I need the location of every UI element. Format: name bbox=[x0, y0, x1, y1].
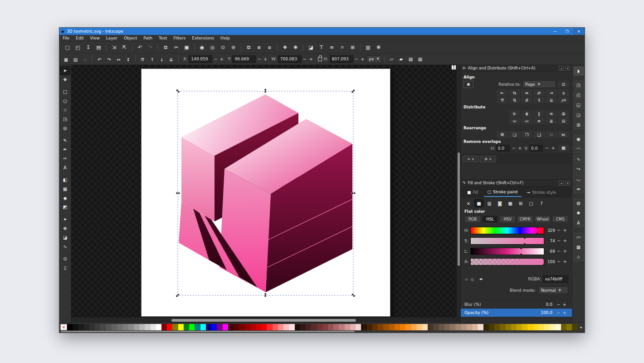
align-horizontal-0-icon[interactable]: ⇤ bbox=[497, 89, 508, 96]
save-document-icon[interactable]: ↧ bbox=[83, 43, 93, 52]
menu-layer[interactable]: Layer bbox=[103, 35, 121, 42]
palette-swatch[interactable] bbox=[73, 324, 78, 330]
vertical-scrollbar[interactable]: 1 bbox=[456, 65, 460, 323]
flat-color-icon[interactable]: ■ bbox=[475, 200, 483, 207]
distribute-vertical-4-icon[interactable]: ⊟ bbox=[558, 118, 569, 124]
ellipse-tool[interactable]: ○ bbox=[60, 97, 70, 105]
palette-swatch[interactable] bbox=[134, 324, 139, 330]
saturation-slider-stepper[interactable]: − + bbox=[556, 238, 568, 243]
palette-swatch[interactable] bbox=[478, 324, 483, 330]
palette-swatch[interactable] bbox=[228, 324, 234, 330]
hue-slider[interactable] bbox=[470, 227, 544, 234]
raise-icon[interactable]: ↑ bbox=[147, 55, 157, 64]
palette-swatch[interactable] bbox=[389, 324, 395, 330]
star-tool[interactable]: ☆ bbox=[60, 106, 70, 114]
blend-mode-select[interactable]: Normal▼ bbox=[538, 286, 568, 294]
overlap-v-input[interactable]: 0.0 bbox=[529, 145, 543, 152]
objects-panel-tab[interactable]: ≡∧ bbox=[463, 156, 479, 162]
palette-swatch[interactable] bbox=[367, 324, 372, 330]
select-all-layers-icon[interactable]: ▤ bbox=[71, 55, 80, 64]
cms-color-icon[interactable]: ∞ bbox=[464, 277, 468, 282]
connector-tool[interactable]: ∿ bbox=[60, 242, 70, 251]
deselect-icon[interactable]: ▫ bbox=[80, 55, 90, 64]
document-page[interactable]: ↔ ↕ ↔ ↔ ↔ ↔ ↕ ↔ bbox=[141, 69, 390, 317]
palette-swatch[interactable] bbox=[206, 324, 211, 330]
palette-swatch[interactable] bbox=[405, 324, 411, 330]
distribute-horizontal-0-icon[interactable]: ⊪ bbox=[509, 110, 520, 117]
palette-swatch[interactable] bbox=[444, 324, 450, 330]
palette-swatch[interactable] bbox=[500, 324, 505, 330]
distribute-horizontal-2-icon[interactable]: ∥ bbox=[533, 110, 545, 117]
palette-swatch[interactable] bbox=[295, 324, 300, 330]
palette-swatch[interactable] bbox=[311, 324, 317, 330]
palette-scrollbar-thumb[interactable] bbox=[61, 331, 355, 332]
relative-to-select[interactable]: Page▼ bbox=[522, 80, 556, 88]
select-all-icon[interactable]: ▦ bbox=[61, 55, 71, 64]
y-input[interactable]: 96.669 bbox=[232, 55, 256, 63]
palette-swatch[interactable] bbox=[339, 324, 344, 330]
color-tab-hsl[interactable]: HSL bbox=[482, 216, 498, 223]
snap-midpoints[interactable]: ⇹ bbox=[574, 185, 584, 193]
snap-grid[interactable]: ▦ bbox=[574, 243, 584, 251]
scale-handle-n[interactable]: ↕ bbox=[263, 89, 267, 93]
palette-swatch[interactable] bbox=[178, 324, 184, 330]
snap-bbox-edge-midpoints[interactable]: ◲ bbox=[574, 111, 584, 119]
rotate-ccw-icon[interactable]: ↶ bbox=[95, 55, 104, 64]
palette-swatch[interactable] bbox=[483, 324, 489, 330]
palette-swatch[interactable] bbox=[361, 324, 366, 330]
distribute-horizontal-1-icon[interactable]: ⋕ bbox=[521, 110, 532, 117]
align-vertical-5-icon[interactable]: ya bbox=[558, 97, 569, 103]
lock-ratio-icon[interactable] bbox=[318, 57, 322, 61]
palette-swatch[interactable] bbox=[306, 324, 311, 330]
snap-global[interactable]: ◗ bbox=[574, 67, 584, 75]
palette-swatch[interactable] bbox=[89, 324, 95, 330]
snap-nodes[interactable]: ◉ bbox=[574, 135, 584, 143]
palette-swatch[interactable] bbox=[328, 324, 333, 330]
palette-swatch[interactable] bbox=[400, 324, 405, 330]
vertical-scrollbar-thumb[interactable] bbox=[458, 152, 460, 266]
palette-swatch[interactable] bbox=[550, 324, 555, 330]
snap-text-baseline[interactable]: A bbox=[574, 219, 584, 227]
xml-editor-icon[interactable]: ⌗ bbox=[337, 43, 347, 52]
palette-swatch[interactable] bbox=[139, 324, 145, 330]
unknown-paint-icon[interactable]: ? bbox=[537, 200, 546, 207]
palette-swatch[interactable] bbox=[506, 324, 511, 330]
palette-swatch[interactable] bbox=[527, 324, 533, 330]
new-document-icon[interactable]: ▢ bbox=[62, 43, 73, 52]
rotate-cw-icon[interactable]: ↷ bbox=[104, 55, 114, 64]
distribute-vertical-2-icon[interactable]: ≡ bbox=[533, 118, 545, 124]
distribute-vertical-0-icon[interactable]: ≔ bbox=[509, 118, 520, 124]
menu-filters[interactable]: Filters bbox=[170, 35, 189, 42]
tab-stroke-style[interactable]: ⇝Stroke style bbox=[523, 188, 560, 197]
eraser-tool[interactable]: ◪ bbox=[60, 233, 70, 242]
palette-swatch[interactable] bbox=[100, 324, 106, 330]
paste-icon[interactable]: ▣ bbox=[181, 43, 192, 52]
blur-value[interactable]: 0.0 bbox=[546, 302, 552, 307]
color-picker-icon[interactable]: ✒ bbox=[479, 277, 483, 282]
mesh-paint-icon[interactable]: ▢ bbox=[527, 200, 535, 207]
snap-others[interactable]: ◍ bbox=[574, 199, 584, 207]
mesh-tool[interactable]: ▦ bbox=[60, 185, 70, 193]
remove-overlaps-button[interactable]: Ⅲ bbox=[558, 145, 569, 152]
last-selected-button[interactable]: ⊡ bbox=[558, 81, 569, 88]
raise-to-top-icon[interactable]: ⇈ bbox=[138, 55, 147, 64]
gradient-tool[interactable]: ◧ bbox=[60, 176, 70, 184]
palette-swatch[interactable] bbox=[283, 324, 289, 330]
palette-swatch[interactable] bbox=[217, 324, 222, 330]
horizontal-scrollbar[interactable] bbox=[71, 317, 456, 323]
h-stepper[interactable]: − + bbox=[353, 57, 366, 62]
no-color-swatch[interactable]: ✕ bbox=[60, 324, 67, 330]
text-tool[interactable]: A bbox=[60, 163, 70, 172]
linear-gradient-icon[interactable]: ▥ bbox=[485, 200, 493, 207]
align-vertical-2-icon[interactable]: ⇵ bbox=[521, 97, 532, 103]
rearrange-2-icon[interactable]: ❐ bbox=[521, 131, 532, 138]
no-paint-icon[interactable]: × bbox=[464, 200, 473, 207]
align-dialog-icon[interactable]: ⊞ bbox=[347, 43, 358, 52]
close-button[interactable]: ✕ bbox=[573, 28, 585, 35]
alpha-slider-stepper[interactable]: − + bbox=[556, 259, 568, 264]
palette-swatch[interactable] bbox=[378, 324, 383, 330]
color-tab-wheel[interactable]: Wheel bbox=[535, 216, 551, 223]
tab-fill[interactable]: ■Fill bbox=[463, 188, 482, 197]
x-stepper[interactable]: − + bbox=[212, 57, 225, 62]
snap-smooth-nodes[interactable]: ◡ bbox=[574, 175, 584, 183]
